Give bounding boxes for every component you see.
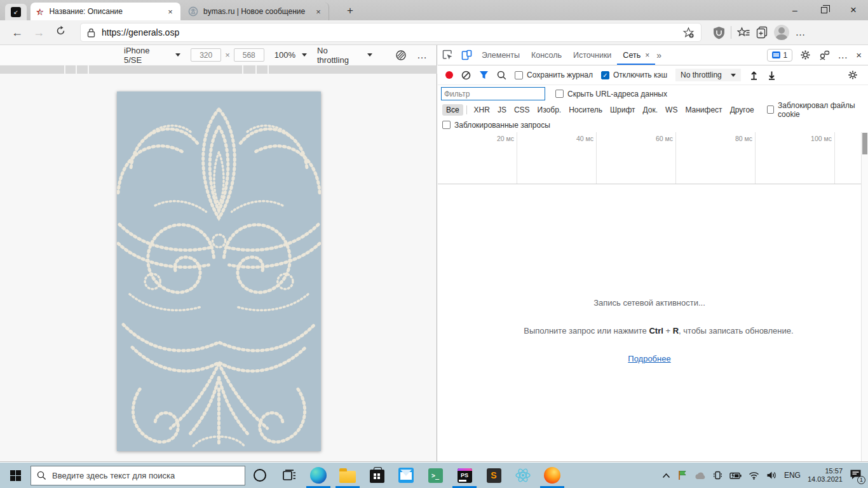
key-r: R — [673, 326, 679, 336]
reload-button[interactable] — [50, 25, 71, 39]
hidden-icons-chevron-icon[interactable] — [662, 473, 670, 478]
issues-icon — [772, 51, 780, 58]
device-dimensions: × — [191, 48, 264, 62]
profile-avatar[interactable] — [772, 25, 791, 40]
clock-time: 15:57 — [808, 467, 843, 475]
feedback-icon[interactable] — [818, 50, 830, 60]
taskbar-phpstorm-button[interactable]: PS — [450, 463, 479, 488]
filter-all[interactable]: Все — [442, 104, 463, 116]
taskbar-firefox-button[interactable] — [538, 463, 567, 488]
search-icon[interactable] — [497, 71, 506, 80]
volume-icon[interactable] — [766, 471, 777, 480]
filter-img[interactable]: Изобр. — [534, 104, 566, 116]
window-minimize-button[interactable]: – — [780, 0, 810, 20]
task-view-button[interactable] — [275, 463, 304, 488]
scrollbar-thumb[interactable] — [862, 133, 867, 154]
zoom-select[interactable]: 100% — [275, 50, 307, 60]
language-indicator[interactable]: ENG — [784, 471, 801, 480]
taskbar-react-button[interactable] — [508, 463, 538, 488]
device-width-input[interactable] — [191, 48, 221, 62]
lock-icon — [87, 28, 95, 37]
taskbar-search-input[interactable]: Введите здесь текст для поиска — [31, 466, 245, 485]
antenna-favicon — [188, 6, 198, 17]
favorites-bar-icon[interactable] — [734, 27, 753, 39]
record-button[interactable] — [445, 71, 453, 79]
device-toolbar-toggle-icon[interactable] — [457, 50, 476, 60]
disable-cache-checkbox[interactable]: ✓ Отключить кэш — [601, 71, 667, 79]
taskbar-explorer-button[interactable] — [333, 463, 362, 488]
window-restore-button[interactable] — [810, 0, 839, 20]
media-query-bar[interactable] — [0, 65, 437, 74]
learn-more-link[interactable]: Подробнее — [628, 354, 670, 363]
device-emulation-pane: iPhone 5/SE × 100% No throttling … — [0, 45, 437, 461]
react-icon — [515, 468, 531, 483]
network-settings-gear-icon[interactable] — [848, 70, 858, 80]
onedrive-cloud-icon[interactable] — [694, 471, 706, 480]
devtools-tab-elements[interactable]: Элементы — [476, 46, 526, 65]
taskbar-sublime-button[interactable]: S — [479, 463, 508, 488]
devtools-close-button[interactable]: × — [856, 50, 862, 60]
device-throttling-select[interactable]: No throttling — [317, 46, 372, 65]
action-center-button[interactable]: 1 — [850, 469, 862, 482]
flag-status-icon[interactable] — [677, 470, 687, 480]
taskbar-edge-button[interactable] — [304, 463, 333, 488]
add-favorite-star-icon[interactable] — [682, 27, 695, 39]
filter-doc[interactable]: Док. — [639, 104, 662, 116]
window-close-button[interactable]: × — [839, 0, 868, 20]
devtools-scrollbar[interactable] — [861, 132, 868, 461]
back-button[interactable]: ← — [6, 26, 28, 39]
network-throttling-select[interactable]: No throttling — [675, 69, 741, 81]
blocked-requests-checkbox[interactable]: Заблокированные запросы — [442, 121, 550, 130]
browser-tab-active[interactable]: ★ Название: Описание × — [31, 3, 180, 20]
battery-charging-icon[interactable] — [729, 471, 742, 480]
wifi-icon[interactable] — [749, 471, 759, 480]
import-har-icon[interactable] — [749, 71, 759, 80]
adblock-shield-icon[interactable] — [709, 26, 728, 39]
devtools-settings-gear-icon[interactable] — [800, 50, 811, 60]
device-select[interactable]: iPhone 5/SE — [124, 46, 180, 65]
tab-close-icon[interactable]: × — [165, 7, 175, 17]
filter-media[interactable]: Носитель — [565, 104, 606, 116]
filter-js[interactable]: JS — [494, 104, 510, 116]
collections-icon[interactable] — [753, 26, 772, 39]
devtools-tab-network[interactable]: Сеть × — [617, 46, 655, 65]
devtools-tab-console[interactable]: Консоль — [526, 46, 567, 65]
hide-data-urls-checkbox[interactable]: Скрыть URL-адреса данных — [555, 90, 667, 98]
more-tabs-icon[interactable]: » — [656, 50, 661, 60]
address-bar[interactable]: https://generals.osp — [80, 23, 702, 42]
filter-manifest[interactable]: Манифест — [681, 104, 726, 116]
tab-actions-menu-button[interactable]: ↙ — [5, 4, 27, 20]
device-height-input[interactable] — [234, 48, 264, 62]
taskbar-clock[interactable]: 15:57 14.03.2021 — [808, 467, 843, 484]
filter-input[interactable] — [441, 87, 545, 100]
new-tab-button[interactable]: + — [343, 4, 357, 18]
start-button[interactable] — [0, 463, 31, 488]
filter-ws[interactable]: WS — [661, 104, 681, 116]
filter-funnel-icon[interactable] — [479, 71, 489, 79]
inspect-element-icon[interactable] — [438, 50, 457, 60]
tab-close-icon[interactable]: × — [645, 51, 649, 60]
devtools-tab-sources[interactable]: Источники — [567, 46, 617, 65]
taskbar-store-button[interactable] — [362, 463, 391, 488]
issues-counter[interactable]: 1 — [767, 49, 793, 62]
preserve-log-checkbox[interactable]: Сохранить журнал — [515, 71, 593, 79]
cortana-button[interactable] — [245, 463, 275, 488]
device-toolbar-more-button[interactable]: … — [417, 50, 428, 61]
filter-css[interactable]: CSS — [510, 104, 534, 116]
devtools-menu-button[interactable]: … — [837, 50, 848, 61]
filter-xhr[interactable]: XHR — [470, 104, 494, 116]
browser-tab-inactive[interactable]: bymas.ru | Новое сообщение × — [183, 3, 329, 20]
taskbar-terminal-button[interactable]: >_ — [421, 463, 450, 488]
damask-wallpaper-image — [117, 92, 321, 451]
taskbar-mail-button[interactable] — [391, 463, 421, 488]
clear-icon[interactable] — [461, 71, 471, 80]
restore-icon — [821, 7, 827, 13]
filter-other[interactable]: Другое — [726, 104, 758, 116]
settings-menu-button[interactable]: … — [791, 27, 810, 38]
export-har-icon[interactable] — [767, 71, 776, 80]
tab-close-icon[interactable]: × — [313, 7, 323, 17]
blocked-cookies-checkbox[interactable]: Заблокировал файлы cookie — [767, 101, 864, 119]
filter-font[interactable]: Шрифт — [606, 104, 639, 116]
your-phone-icon[interactable] — [713, 470, 722, 480]
device-viewport[interactable] — [117, 92, 321, 451]
